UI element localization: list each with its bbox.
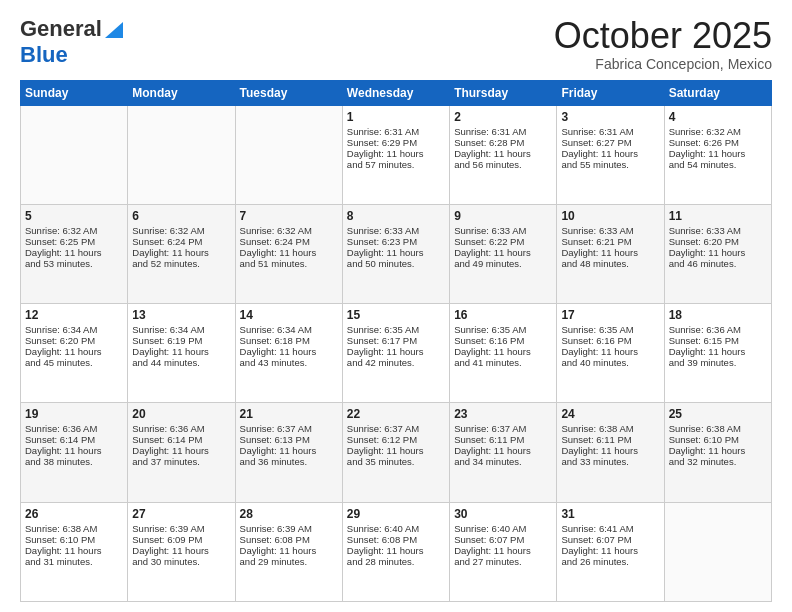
day-number: 20 (132, 407, 230, 421)
calendar-cell: 18Sunrise: 6:36 AMSunset: 6:15 PMDayligh… (664, 304, 771, 403)
day-info: Sunrise: 6:38 AM (25, 523, 123, 534)
svg-marker-0 (105, 22, 123, 38)
day-info: and 44 minutes. (132, 357, 230, 368)
day-info: Sunset: 6:20 PM (669, 236, 767, 247)
day-number: 26 (25, 507, 123, 521)
day-info: Sunrise: 6:38 AM (669, 423, 767, 434)
day-info: and 39 minutes. (669, 357, 767, 368)
day-info: Sunrise: 6:36 AM (669, 324, 767, 335)
day-info: Sunset: 6:25 PM (25, 236, 123, 247)
day-number: 10 (561, 209, 659, 223)
day-info: and 57 minutes. (347, 159, 445, 170)
day-info: and 55 minutes. (561, 159, 659, 170)
day-info: Sunrise: 6:37 AM (454, 423, 552, 434)
calendar-cell: 14Sunrise: 6:34 AMSunset: 6:18 PMDayligh… (235, 304, 342, 403)
calendar-cell (128, 105, 235, 204)
day-info: Sunrise: 6:31 AM (561, 126, 659, 137)
day-info: Daylight: 11 hours (561, 148, 659, 159)
day-number: 6 (132, 209, 230, 223)
day-info: and 26 minutes. (561, 556, 659, 567)
logo-blue-text: Blue (20, 42, 68, 67)
day-info: Sunrise: 6:33 AM (454, 225, 552, 236)
day-number: 1 (347, 110, 445, 124)
calendar-cell: 15Sunrise: 6:35 AMSunset: 6:17 PMDayligh… (342, 304, 449, 403)
day-info: Sunrise: 6:34 AM (132, 324, 230, 335)
calendar-cell: 17Sunrise: 6:35 AMSunset: 6:16 PMDayligh… (557, 304, 664, 403)
day-info: Sunset: 6:13 PM (240, 434, 338, 445)
calendar-table: Sunday Monday Tuesday Wednesday Thursday… (20, 80, 772, 602)
calendar-cell: 27Sunrise: 6:39 AMSunset: 6:09 PMDayligh… (128, 502, 235, 601)
calendar-cell: 7Sunrise: 6:32 AMSunset: 6:24 PMDaylight… (235, 204, 342, 303)
day-info: Sunrise: 6:34 AM (25, 324, 123, 335)
day-info: Sunset: 6:24 PM (240, 236, 338, 247)
calendar-cell: 31Sunrise: 6:41 AMSunset: 6:07 PMDayligh… (557, 502, 664, 601)
day-info: Daylight: 11 hours (561, 545, 659, 556)
day-info: and 52 minutes. (132, 258, 230, 269)
day-info: and 34 minutes. (454, 456, 552, 467)
calendar-cell: 12Sunrise: 6:34 AMSunset: 6:20 PMDayligh… (21, 304, 128, 403)
day-number: 3 (561, 110, 659, 124)
day-number: 4 (669, 110, 767, 124)
day-info: Daylight: 11 hours (561, 445, 659, 456)
day-number: 31 (561, 507, 659, 521)
day-info: and 42 minutes. (347, 357, 445, 368)
day-info: Sunrise: 6:34 AM (240, 324, 338, 335)
day-number: 5 (25, 209, 123, 223)
day-info: Sunrise: 6:33 AM (669, 225, 767, 236)
day-info: and 50 minutes. (347, 258, 445, 269)
calendar-cell (21, 105, 128, 204)
day-info: and 38 minutes. (25, 456, 123, 467)
day-info: Sunrise: 6:32 AM (25, 225, 123, 236)
logo-general-text: General (20, 16, 102, 42)
calendar-cell: 22Sunrise: 6:37 AMSunset: 6:12 PMDayligh… (342, 403, 449, 502)
day-info: Sunset: 6:11 PM (454, 434, 552, 445)
logo: General Blue (20, 16, 123, 68)
day-info: and 54 minutes. (669, 159, 767, 170)
day-info: and 30 minutes. (132, 556, 230, 567)
logo-triangle-icon (105, 22, 123, 38)
day-info: and 40 minutes. (561, 357, 659, 368)
day-info: Daylight: 11 hours (454, 445, 552, 456)
day-info: and 49 minutes. (454, 258, 552, 269)
day-number: 25 (669, 407, 767, 421)
day-info: and 48 minutes. (561, 258, 659, 269)
day-number: 17 (561, 308, 659, 322)
day-info: Daylight: 11 hours (25, 445, 123, 456)
col-monday: Monday (128, 80, 235, 105)
day-info: Sunset: 6:16 PM (561, 335, 659, 346)
day-info: Sunrise: 6:38 AM (561, 423, 659, 434)
calendar-cell: 10Sunrise: 6:33 AMSunset: 6:21 PMDayligh… (557, 204, 664, 303)
day-info: Sunrise: 6:33 AM (561, 225, 659, 236)
day-number: 2 (454, 110, 552, 124)
day-info: Sunrise: 6:36 AM (25, 423, 123, 434)
day-info: and 33 minutes. (561, 456, 659, 467)
day-number: 21 (240, 407, 338, 421)
calendar-cell: 29Sunrise: 6:40 AMSunset: 6:08 PMDayligh… (342, 502, 449, 601)
col-wednesday: Wednesday (342, 80, 449, 105)
calendar-cell: 23Sunrise: 6:37 AMSunset: 6:11 PMDayligh… (450, 403, 557, 502)
day-info: Daylight: 11 hours (132, 545, 230, 556)
day-info: and 35 minutes. (347, 456, 445, 467)
col-friday: Friday (557, 80, 664, 105)
calendar-cell: 28Sunrise: 6:39 AMSunset: 6:08 PMDayligh… (235, 502, 342, 601)
day-info: Sunrise: 6:32 AM (132, 225, 230, 236)
calendar-cell (235, 105, 342, 204)
col-saturday: Saturday (664, 80, 771, 105)
day-info: Sunset: 6:19 PM (132, 335, 230, 346)
day-info: and 32 minutes. (669, 456, 767, 467)
day-info: Daylight: 11 hours (669, 148, 767, 159)
calendar-cell: 4Sunrise: 6:32 AMSunset: 6:26 PMDaylight… (664, 105, 771, 204)
day-info: Daylight: 11 hours (347, 247, 445, 258)
day-info: and 36 minutes. (240, 456, 338, 467)
day-info: and 31 minutes. (25, 556, 123, 567)
day-number: 28 (240, 507, 338, 521)
day-info: Daylight: 11 hours (240, 346, 338, 357)
day-info: Sunset: 6:23 PM (347, 236, 445, 247)
day-number: 23 (454, 407, 552, 421)
day-info: Sunset: 6:12 PM (347, 434, 445, 445)
day-info: and 43 minutes. (240, 357, 338, 368)
day-info: Daylight: 11 hours (347, 148, 445, 159)
calendar-cell: 11Sunrise: 6:33 AMSunset: 6:20 PMDayligh… (664, 204, 771, 303)
day-info: Sunset: 6:14 PM (25, 434, 123, 445)
day-number: 8 (347, 209, 445, 223)
